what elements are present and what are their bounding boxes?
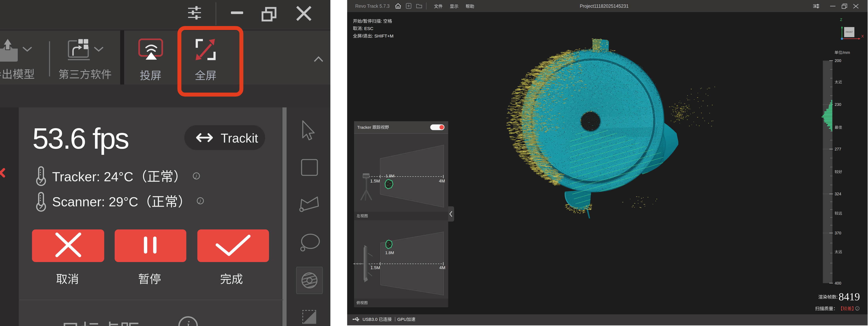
svg-text:4M: 4M: [439, 265, 445, 270]
svg-text:Tracker: 24°C: Tracker: 24°C: [52, 169, 133, 184]
svg-text:i: i: [857, 307, 858, 310]
svg-text:230: 230: [835, 102, 841, 107]
svg-text:8419: 8419: [839, 291, 860, 303]
svg-text:/: /: [362, 34, 363, 38]
svg-text:: SHIFT+M: : SHIFT+M: [372, 34, 393, 38]
svg-text:/mm: /mm: [842, 50, 850, 55]
svg-text:X: X: [861, 34, 864, 38]
svg-text:GPU: GPU: [397, 317, 407, 322]
svg-text:Project11182025145231: Project11182025145231: [580, 4, 629, 9]
svg-text:277: 277: [835, 147, 841, 151]
svg-text:Trackit: Trackit: [221, 131, 258, 145]
svg-text:324: 324: [835, 192, 841, 196]
svg-text:1.8M: 1.8M: [385, 250, 394, 255]
svg-text::: :: [836, 294, 838, 300]
svg-text:i: i: [200, 198, 201, 203]
svg-text:4M: 4M: [439, 178, 445, 183]
svg-text:1.5M: 1.5M: [370, 178, 380, 183]
svg-text:Tracker: Tracker: [357, 125, 371, 129]
svg-text::: :: [381, 19, 382, 24]
svg-text:/: /: [362, 19, 363, 24]
svg-text:53.6 fps: 53.6 fps: [32, 122, 128, 155]
svg-text:1.8M: 1.8M: [385, 174, 394, 178]
svg-text:Z: Z: [840, 18, 842, 22]
svg-text:Scanner: 29°C: Scanner: 29°C: [52, 194, 138, 209]
svg-text:Revo Track 5.7.3: Revo Track 5.7.3: [355, 4, 390, 9]
svg-text:400: 400: [835, 281, 841, 285]
svg-text:: ESC: : ESC: [362, 26, 373, 31]
svg-text:i: i: [196, 173, 197, 178]
svg-text:i: i: [186, 318, 190, 326]
svg-text:370: 370: [835, 231, 841, 235]
svg-text:1.5M: 1.5M: [370, 265, 380, 270]
svg-text:USB3.0: USB3.0: [363, 317, 377, 322]
svg-text:FRONT: FRONT: [846, 31, 853, 33]
svg-text:200: 200: [835, 58, 841, 63]
